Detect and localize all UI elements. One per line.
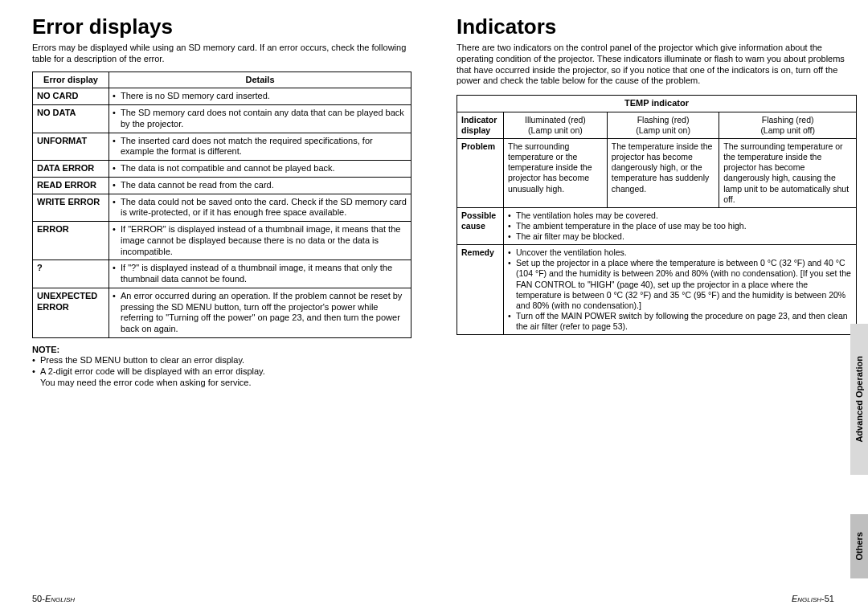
table-row: WRITE ERROR•The data could not be saved …	[33, 194, 411, 222]
table-row: NO CARD•There is no SD memory card inser…	[33, 88, 411, 105]
table-row: UNEXPECTED ERROR•An error occurred durin…	[33, 288, 411, 337]
row-remedy: Remedy	[457, 245, 504, 335]
heading-indicators: Indicators	[457, 14, 857, 39]
page-number-right: English-51	[792, 594, 834, 603]
tab-advanced-operation: Advanced Operation	[850, 324, 868, 475]
row-possible-cause: Possible cause	[457, 207, 504, 244]
side-tabs: Advanced Operation Others	[850, 0, 868, 613]
row-problem: Problem	[457, 139, 504, 208]
table-row: NO DATA•The SD memory card does not cont…	[33, 105, 411, 133]
table-row: READ ERROR•The data cannot be read from …	[33, 177, 411, 194]
th-details: Details	[109, 72, 411, 88]
note-heading: NOTE:	[32, 345, 411, 354]
error-table: Error display Details NO CARD•There is n…	[32, 72, 411, 338]
th-temp-indicator: TEMP indicator	[457, 96, 857, 112]
table-row: UNFORMAT•The inserted card does not matc…	[33, 133, 411, 161]
page-number-left: 50-English	[32, 594, 75, 603]
table-row: ?•If "?" is displayed instead of a thumb…	[33, 260, 411, 288]
intro-left: Errors may be displayed while using an S…	[32, 43, 411, 65]
page-left: Error displays Errors may be displayed w…	[0, 0, 434, 613]
heading-error-displays: Error displays	[32, 14, 411, 39]
intro-right: There are two indicators on the control …	[457, 43, 857, 87]
row-indicator-display: Indicator display	[457, 112, 504, 138]
page-right: Indicators There are two indicators on t…	[434, 0, 868, 613]
indicator-table: TEMP indicator Indicator display Illumin…	[457, 95, 857, 335]
tab-others: Others	[850, 514, 868, 578]
note-list: •Press the SD MENU button to clear an er…	[32, 354, 411, 389]
th-error-display: Error display	[33, 72, 109, 88]
table-row: ERROR•If "ERROR" is displayed instead of…	[33, 222, 411, 260]
table-row: DATA ERROR•The data is not compatible an…	[33, 161, 411, 178]
